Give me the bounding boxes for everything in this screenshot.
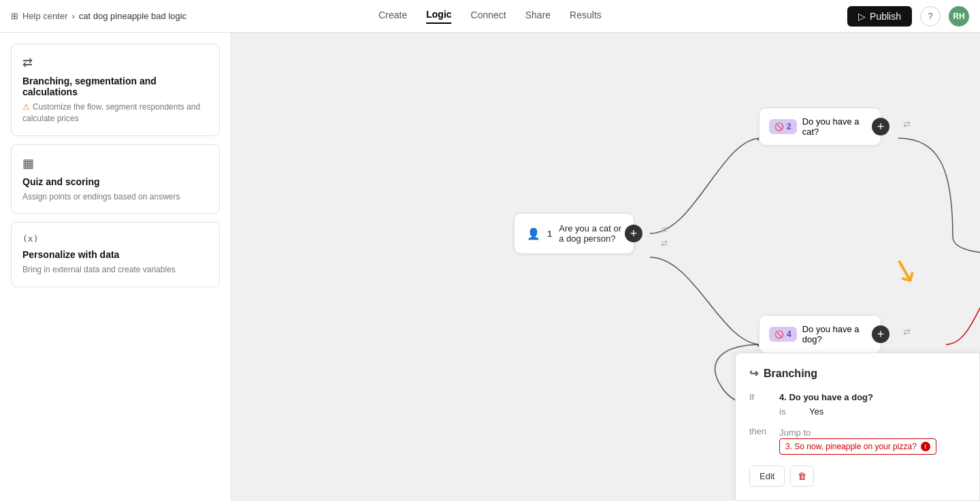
grid-icon: ⊞ — [11, 11, 18, 21]
error-badge: ! — [921, 442, 930, 451]
branching-is-label: is — [779, 406, 804, 417]
node-2-plus-button[interactable]: + — [872, 118, 889, 135]
branching-then-row: then Jump to 3. So now, pineapple on you… — [749, 426, 966, 455]
breadcrumb-separator: › — [71, 11, 74, 21]
quiz-title: Quiz and scoring — [22, 176, 208, 187]
branching-if-value: 4. Do you have a dog? — [779, 392, 873, 402]
node-1-branch-bottom[interactable]: ⇄ — [661, 238, 668, 248]
branching-title: Branching, segmentation and calculations — [22, 76, 208, 97]
quiz-desc: Assign points or endings based on answer… — [22, 191, 208, 203]
branching-panel-title: ↪ Branching — [749, 367, 966, 380]
canvas: 👤 1 Are you a cat or a dog person? + ⇄ ⇄… — [231, 33, 980, 501]
branching-desc: ⚠Customize the flow, segment respondents… — [22, 101, 208, 125]
node-1-person-icon: 👤 — [527, 227, 540, 240]
jump-to-label: Jump to — [779, 427, 811, 438]
jump-target-text: 3. So now, pineapple on your pizza? — [785, 442, 917, 451]
nav-share[interactable]: Share — [525, 10, 551, 23]
node-1-number: 1 — [547, 229, 552, 239]
flow-node-1[interactable]: 👤 1 Are you a cat or a dog person? + ⇄ ⇄ — [514, 213, 634, 254]
sidebar-card-quiz[interactable]: ▦ Quiz and scoring Assign points or endi… — [11, 144, 220, 214]
branching-is-value: Yes — [809, 406, 823, 417]
delete-button[interactable]: 🗑 — [790, 466, 814, 487]
branching-is-row: is Yes — [779, 406, 966, 417]
branching-if-row: If 4. Do you have a dog? — [749, 392, 966, 402]
node-2-branch-icon[interactable]: ⇄ — [903, 119, 911, 129]
node-2-badge: 🚫 2 — [769, 119, 797, 134]
breadcrumb: ⊞ Help center › cat dog pineapple bad lo… — [11, 11, 186, 21]
node-2-text: Do you have a cat? — [802, 116, 860, 137]
publish-button[interactable]: ▷ Publish — [847, 6, 912, 27]
personalize-desc: Bring in external data and create variab… — [22, 264, 208, 276]
main-nav: Create Logic Connect Share Results — [378, 9, 602, 24]
personalize-title: Personalize with data — [22, 249, 208, 260]
node-1-text: Are you a cat or a dog person? — [559, 223, 621, 244]
warning-icon: ⚠ — [22, 102, 30, 112]
jump-to-button[interactable]: 3. So now, pineapple on your pizza? ! — [779, 438, 936, 455]
breadcrumb-project: cat dog pineapple bad logic — [79, 11, 186, 21]
header-actions: ▷ Publish ? RH — [847, 6, 969, 27]
sidebar: ⇄ Branching, segmentation and calculatio… — [0, 33, 231, 501]
node-4-badge: 🚫 4 — [769, 327, 797, 342]
branching-icon: ⇄ — [22, 55, 208, 70]
help-button[interactable]: ? — [920, 6, 941, 27]
edit-button[interactable]: Edit — [749, 466, 785, 487]
main-layout: ⇄ Branching, segmentation and calculatio… — [0, 33, 980, 501]
node-4-text: Do you have a dog? — [802, 324, 860, 344]
flow-node-4[interactable]: 🚫 4 Do you have a dog? + ⇄ — [759, 315, 881, 353]
branching-actions: Edit 🗑 — [749, 466, 966, 487]
node-4-ban-icon: 🚫 — [774, 330, 784, 339]
yellow-arrow-indicator: ↘ — [887, 248, 923, 291]
flow-node-2[interactable]: 🚫 2 Do you have a cat? + ⇄ — [759, 108, 881, 146]
nav-connect[interactable]: Connect — [471, 10, 506, 23]
node-1-branch-top[interactable]: ⇄ — [661, 225, 668, 234]
trash-icon: 🗑 — [798, 471, 806, 481]
branching-then-label: then — [749, 426, 774, 436]
node-4-branch-icon[interactable]: ⇄ — [903, 327, 911, 337]
nav-results[interactable]: Results — [570, 10, 602, 23]
personalize-icon: (x) — [22, 233, 208, 244]
branching-if-label: If — [749, 392, 774, 402]
branching-arrow-icon: ↪ — [749, 367, 758, 380]
node-2-ban-icon: 🚫 — [774, 123, 784, 131]
breadcrumb-home[interactable]: Help center — [22, 11, 67, 21]
avatar: RH — [949, 6, 969, 27]
branching-panel: ↪ Branching If 4. Do you have a dog? is … — [735, 353, 980, 501]
nav-create[interactable]: Create — [378, 10, 407, 23]
quiz-icon: ▦ — [22, 156, 208, 171]
publish-label: Publish — [870, 11, 901, 22]
publish-play-icon: ▷ — [858, 11, 866, 22]
branching-then-value: Jump to 3. So now, pineapple on your piz… — [779, 426, 966, 455]
nav-logic[interactable]: Logic — [426, 9, 451, 24]
sidebar-card-branching[interactable]: ⇄ Branching, segmentation and calculatio… — [11, 44, 220, 136]
node-1-plus-button[interactable]: + — [625, 225, 642, 242]
header: ⊞ Help center › cat dog pineapple bad lo… — [0, 0, 980, 33]
sidebar-card-personalize[interactable]: (x) Personalize with data Bring in exter… — [11, 222, 220, 287]
node-4-plus-button[interactable]: + — [872, 325, 889, 343]
